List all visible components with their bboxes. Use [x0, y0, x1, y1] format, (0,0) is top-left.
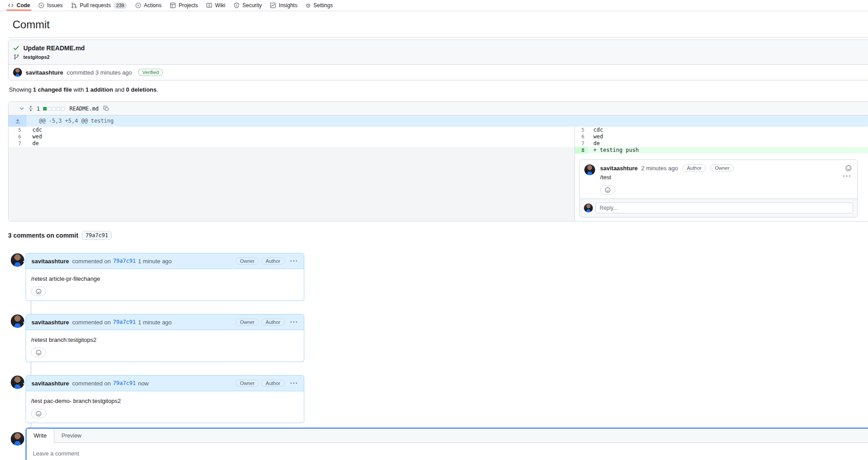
comment-verb: commented on [72, 258, 111, 265]
owner-badge: Owner [236, 318, 259, 326]
line-number: 6 [575, 133, 587, 140]
commit-sha-link[interactable]: 79a7c91 [113, 380, 136, 386]
line-number: 5 [575, 127, 587, 133]
kebab-menu-icon[interactable]: ··· [843, 174, 852, 178]
commit-message-title: Update README.md [23, 44, 85, 52]
diff-pane-new: 5 cdc 6 wed 7 de 8 + testing push [575, 127, 868, 221]
line-text: de [587, 140, 600, 147]
avatar [584, 203, 593, 212]
tab-label: Security [242, 2, 262, 9]
tab-code[interactable]: Code [4, 0, 34, 11]
add-reaction-button[interactable] [600, 185, 615, 195]
diff-line: 6 wed [575, 133, 868, 140]
commit-comment: savitaashture commented on 79a7c91 now O… [8, 375, 868, 423]
comment-verb: commented on [72, 319, 111, 326]
tab-label: Wiki [215, 2, 225, 9]
add-reaction-button[interactable] [31, 348, 46, 357]
avatar[interactable] [584, 164, 595, 175]
kebab-menu-icon[interactable]: ··· [290, 381, 299, 385]
chevron-down-icon[interactable] [19, 106, 25, 111]
comment-header: savitaashture commented on 79a7c91 1 min… [26, 253, 304, 269]
comment-timestamp[interactable]: 2 minutes ago [641, 165, 678, 172]
commit-meta: committed 3 minutes ago [67, 69, 132, 76]
expand-diff-button[interactable] [9, 115, 26, 127]
comment-timestamp[interactable]: 1 minute ago [138, 258, 171, 265]
pull-requests-count-badge: 239 [114, 2, 127, 9]
commit-summary-box: Update README.md testgitops2 savitaashtu… [8, 40, 868, 80]
tab-label: Settings [313, 2, 333, 9]
line-text: de [26, 140, 39, 147]
author-badge: Author [261, 257, 285, 265]
avatar[interactable] [11, 253, 24, 267]
comment-timestamp[interactable]: 1 minute ago [138, 319, 171, 326]
tab-actions[interactable]: Actions [131, 0, 166, 11]
line-text: wed [587, 133, 603, 140]
commit-head: Update README.md testgitops2 [9, 40, 868, 65]
line-number: 6 [9, 133, 26, 140]
changed-files-count: 1 [37, 106, 40, 112]
commit-branch[interactable]: testgitops2 [23, 54, 50, 60]
tab-pull-requests[interactable]: Pull requests 239 [67, 0, 131, 11]
tab-write[interactable]: Write [26, 429, 54, 443]
commit-sha-link[interactable]: 79a7c91 [113, 319, 136, 325]
comment-author[interactable]: savitaashture [31, 380, 69, 387]
comment-author[interactable]: savitaashture [600, 165, 638, 172]
comment-text: /test pac-demo- branch:testgitops2 [31, 398, 298, 404]
add-reaction-button[interactable] [31, 287, 46, 296]
kebab-menu-icon[interactable]: ··· [290, 320, 299, 324]
owner-badge: Owner [710, 164, 734, 172]
comment-text: /retest branch:testgitops2 [31, 336, 298, 343]
author-badge: Author [683, 164, 706, 172]
tab-label: Code [17, 2, 30, 9]
diffstat-squares [43, 107, 65, 111]
gear-icon: ⚙ [306, 3, 311, 9]
tab-wiki[interactable]: Wiki [202, 0, 229, 11]
verified-badge[interactable]: Verified [138, 69, 163, 76]
diffstat-summary: Showing 1 changed file with 1 addition a… [9, 86, 868, 93]
diff-file-box: 1 README.md @@ -5,3 +5,4 @@ testing 5 cd… [8, 102, 868, 221]
table-icon [170, 2, 176, 9]
commit-author[interactable]: savitaashture [26, 69, 63, 76]
line-text: + testing push [587, 147, 639, 154]
play-icon [135, 2, 141, 9]
avatar[interactable] [11, 376, 24, 389]
diff-line: 7 de [9, 140, 574, 147]
tab-security[interactable]: Security [229, 0, 266, 11]
avatar[interactable] [11, 314, 24, 328]
line-number: 7 [575, 140, 587, 147]
comment-textarea[interactable] [32, 449, 868, 460]
tab-preview[interactable]: Preview [54, 429, 88, 442]
avatar[interactable] [13, 68, 22, 77]
avatar [11, 432, 24, 446]
owner-badge: Owner [236, 257, 259, 265]
comment-header: savitaashture commented on 79a7c91 1 min… [26, 314, 304, 330]
comment-verb: commented on [72, 380, 111, 387]
line-number: 5 [9, 127, 26, 133]
comment-author[interactable]: savitaashture [31, 319, 69, 326]
pull-request-icon [71, 2, 77, 9]
reply-input[interactable] [596, 203, 853, 213]
kebab-menu-icon[interactable]: ··· [290, 259, 299, 263]
line-number: 7 [9, 140, 26, 147]
comment-timestamp[interactable]: now [138, 380, 149, 387]
unfold-icon[interactable] [28, 106, 34, 111]
tab-label: Actions [144, 2, 162, 9]
comment-author[interactable]: savitaashture [31, 258, 69, 265]
add-reaction-icon[interactable] [845, 165, 852, 172]
author-badge: Author [261, 318, 285, 326]
tab-label: Projects [179, 2, 198, 9]
add-reaction-button[interactable] [31, 409, 46, 418]
tab-insights[interactable]: Insights [266, 0, 301, 11]
graph-icon [270, 2, 276, 9]
diff-pane-old: 5 cdc 6 wed 7 de [9, 127, 575, 221]
tab-issues[interactable]: Issues [34, 0, 67, 11]
diff-empty-filler [9, 147, 574, 221]
repo-tab-bar: Code Issues Pull requests 239 Actions Pr… [0, 0, 868, 11]
commit-sha-link[interactable]: 79a7c91 [113, 258, 136, 264]
tab-settings[interactable]: ⚙ Settings [302, 0, 337, 11]
diff-file-header: 1 README.md [9, 102, 868, 115]
commit-comment: savitaashture commented on 79a7c91 1 min… [8, 314, 868, 362]
reply-row [580, 199, 857, 217]
copy-icon[interactable] [103, 106, 109, 111]
tab-projects[interactable]: Projects [166, 0, 202, 11]
